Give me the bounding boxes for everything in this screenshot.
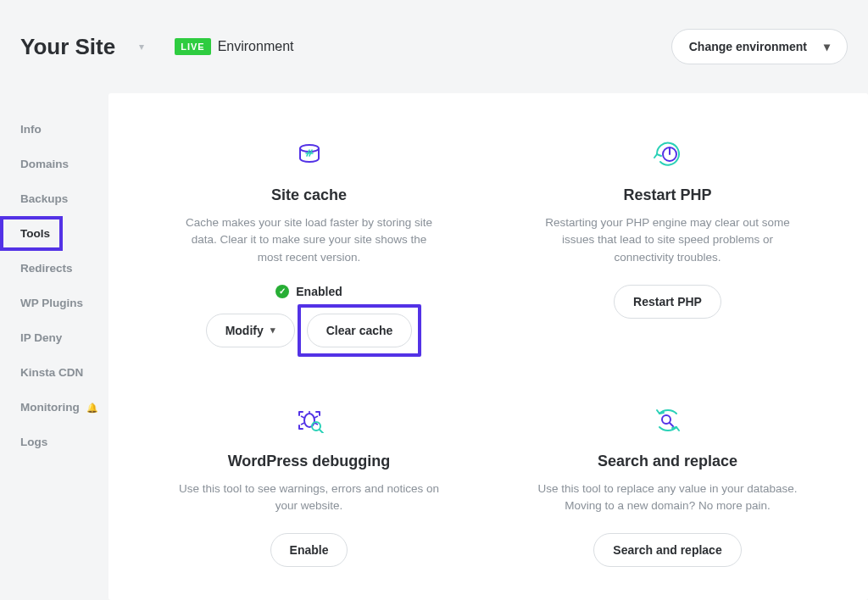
live-badge: LIVE: [175, 38, 210, 55]
restart-icon: [501, 139, 834, 169]
bell-icon: 🔔: [86, 403, 98, 413]
card-description: Restarting your PHP engine may clear out…: [537, 214, 799, 266]
sidebar-item-backups[interactable]: Backups: [0, 181, 108, 216]
restart-php-button[interactable]: Restart PHP: [614, 285, 721, 319]
clear-cache-button[interactable]: Clear cache: [307, 314, 413, 347]
card-description: Use this tool to replace any value in yo…: [537, 481, 799, 515]
button-label: Search and replace: [613, 543, 721, 557]
check-icon: ✓: [275, 285, 289, 298]
environment-label: Environment: [218, 39, 294, 54]
change-environment-button[interactable]: Change environment ▾: [671, 29, 848, 64]
sidebar-item-logs[interactable]: Logs: [0, 425, 108, 459]
cache-status: ✓ Enabled: [142, 285, 476, 298]
main-panel: Site cache Cache makes your site load fa…: [108, 93, 868, 600]
site-title: Your Site: [20, 34, 115, 60]
button-label: Restart PHP: [633, 295, 702, 308]
sidebar-item-label: Monitoring: [20, 401, 80, 414]
card-site-cache: Site cache Cache makes your site load fa…: [142, 139, 476, 347]
card-description: Cache makes your site load faster by sto…: [178, 214, 441, 266]
button-label: Clear cache: [326, 324, 393, 337]
enable-debug-button[interactable]: Enable: [270, 533, 348, 567]
sidebar-item-tools[interactable]: Tools: [0, 216, 63, 251]
card-search-replace: Search and replace Use this tool to repl…: [501, 405, 834, 568]
debug-icon: [142, 405, 476, 436]
button-label: Enable: [290, 543, 329, 557]
chevron-down-icon: ▾: [270, 325, 275, 336]
card-title: Search and replace: [501, 453, 834, 470]
header: Your Site ▾ LIVE Environment Change envi…: [0, 0, 868, 93]
search-replace-button[interactable]: Search and replace: [593, 533, 741, 567]
svg-line-5: [320, 430, 323, 433]
card-title: Site cache: [142, 186, 476, 204]
modify-cache-button[interactable]: Modify ▾: [206, 314, 295, 347]
sidebar-item-monitoring[interactable]: Monitoring 🔔: [0, 390, 108, 425]
card-wp-debug: WordPress debugging Use this tool to see…: [142, 405, 476, 568]
sidebar-item-ip-deny[interactable]: IP Deny: [0, 320, 108, 355]
sidebar-item-domains[interactable]: Domains: [0, 147, 108, 181]
svg-line-7: [670, 423, 673, 426]
card-restart-php: Restart PHP Restarting your PHP engine m…: [501, 139, 834, 347]
site-switcher-chevron-icon[interactable]: ▾: [139, 41, 144, 53]
sidebar-item-redirects[interactable]: Redirects: [0, 251, 108, 286]
sidebar-item-wp-plugins[interactable]: WP Plugins: [0, 286, 108, 320]
change-environment-label: Change environment: [689, 40, 807, 53]
card-title: Restart PHP: [501, 186, 834, 204]
cache-status-label: Enabled: [296, 285, 342, 298]
chevron-down-icon: ▾: [824, 40, 830, 53]
search-replace-icon: [501, 405, 834, 436]
card-description: Use this tool to see warnings, errors an…: [178, 481, 441, 515]
sidebar-item-kinsta-cdn[interactable]: Kinsta CDN: [0, 355, 108, 390]
cache-icon: [142, 139, 476, 169]
sidebar: Info Domains Backups Tools Redirects WP …: [0, 93, 108, 600]
card-title: WordPress debugging: [142, 453, 476, 470]
sidebar-item-info[interactable]: Info: [0, 112, 108, 147]
button-label: Modify: [225, 324, 264, 337]
